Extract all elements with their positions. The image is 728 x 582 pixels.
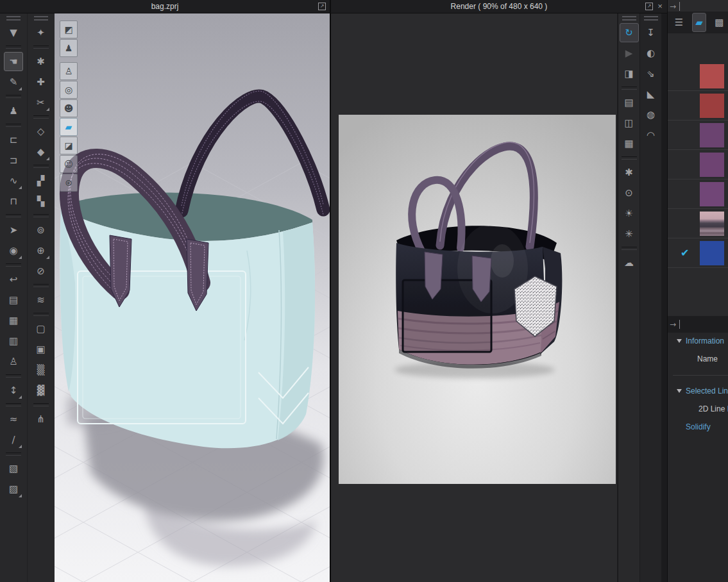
fold-garment-button[interactable]: ▤ — [4, 290, 23, 310]
camera-properties-button[interactable]: ⊙ — [620, 183, 639, 203]
fabric-library-button[interactable]: ▰ — [692, 13, 706, 32]
object-browser-button[interactable]: ☰ — [672, 13, 686, 32]
fabric-texture-sunset-row[interactable] — [668, 209, 728, 238]
ruler-button[interactable]: ∕ — [4, 430, 23, 449]
sync-render-button[interactable]: ↻ — [620, 23, 639, 42]
pin-select-button[interactable]: ➤ — [4, 220, 23, 240]
fabric-roll-select-button[interactable]: ▢ — [31, 319, 51, 338]
sew-fold-button[interactable]: ⊓ — [4, 192, 23, 211]
dart-cut-button[interactable]: ◆ — [31, 142, 51, 162]
fabric-purple-2-swatch[interactable] — [700, 153, 724, 177]
cloud-render-button[interactable]: ☁ — [620, 253, 639, 272]
zipper-select-button[interactable]: ▧ — [4, 459, 23, 478]
show-garment-button[interactable]: ♙ — [60, 62, 78, 80]
panel-collapse-handle[interactable]: → — [670, 320, 680, 329]
dome-light-button[interactable]: ◠ — [641, 126, 661, 145]
fabric-red-1-swatch[interactable] — [700, 64, 724, 88]
sew-detail-button[interactable]: ∿ — [4, 171, 23, 190]
sew-cut-button[interactable]: ✂ — [31, 93, 51, 112]
segment-sew-select-button[interactable]: ✱ — [31, 52, 51, 71]
image-properties-button[interactable]: ✱ — [620, 163, 639, 182]
trim-library-button[interactable]: ▩ — [713, 13, 726, 32]
render-toolbar-environment-items: ↧◐⇘◣◍◠ — [641, 22, 661, 146]
panel-collapse-handle[interactable]: → — [670, 2, 680, 11]
fabric-purple-3-swatch[interactable] — [700, 182, 724, 206]
fabric-roll-button[interactable]: ▣ — [31, 340, 51, 359]
tuck-garment-button[interactable]: ▥ — [4, 331, 23, 351]
property-editor-header: → — [668, 316, 728, 333]
fabric-blue-row[interactable]: ✔ — [668, 238, 728, 268]
show-3d-pattern-button[interactable]: ▰ — [60, 118, 78, 136]
section-information[interactable]: Information — [677, 337, 728, 348]
button-select-button[interactable]: ⊚ — [31, 220, 51, 240]
show-style-line-button[interactable]: ◎ — [60, 81, 78, 99]
select-garment-button[interactable]: ♟ — [4, 101, 23, 121]
show-surface-normal-button[interactable]: ◪ — [60, 137, 78, 154]
edit-sculpt-button[interactable]: ✎ — [4, 72, 23, 92]
solidify-link[interactable]: Solidify — [686, 422, 728, 434]
fabric-red-2-row[interactable] — [668, 91, 728, 121]
final-gather-button[interactable]: ↧ — [641, 23, 661, 42]
layer-garment-button[interactable]: ▦ — [4, 311, 23, 330]
sew-segment-button[interactable]: ⊐ — [4, 151, 23, 170]
button-create-button[interactable]: ⊕ — [31, 241, 51, 260]
light-properties-button[interactable]: ☀ — [620, 204, 639, 223]
zipper-create-button[interactable]: ▨ — [4, 479, 23, 499]
drag-grip-icon[interactable] — [622, 16, 636, 21]
show-avatar-icon: ☻ — [64, 104, 74, 113]
project-titlebar: bag.zprj ↗ — [0, 0, 330, 13]
drag-grip-icon[interactable] — [34, 16, 48, 21]
fabric-purple-1-swatch[interactable] — [700, 123, 724, 147]
walkthrough-avatar-button[interactable]: ✦ — [31, 23, 51, 42]
3d-viewport-canvas[interactable]: ◩♟♙◎☻▰◪☺⊛ — [55, 13, 330, 582]
environment-sphere-button[interactable]: ◐ — [641, 44, 661, 63]
fabric-purple-3-row[interactable] — [668, 179, 728, 209]
save-image-button[interactable]: ▦ — [620, 134, 639, 153]
render-viewer-button[interactable]: ◫ — [620, 113, 639, 133]
pin-create-button[interactable]: ◉ — [4, 241, 23, 260]
fabric-red-1-row[interactable] — [668, 62, 728, 91]
segment-sew-pen-button[interactable]: ✚ — [31, 72, 51, 92]
drag-grip-icon[interactable] — [644, 16, 658, 21]
popout-icon[interactable]: ↗ — [645, 3, 653, 10]
render-region-button[interactable]: ◨ — [620, 64, 639, 83]
fabric-texture-sunset-swatch[interactable] — [700, 212, 724, 236]
fit-to-avatar-button[interactable]: ♙ — [4, 352, 23, 371]
spot-light-icon: ◣ — [647, 90, 655, 99]
record-video-button[interactable]: ▶ — [620, 44, 639, 63]
render-toolbar-primary-items: ↻▶◨▤◫▦✱⊙☀✳☁ — [620, 22, 639, 273]
texture-select-button[interactable]: ▞ — [31, 171, 51, 190]
texture-edit-button[interactable]: ▚ — [31, 192, 51, 211]
show-avatar-button[interactable]: ☻ — [60, 99, 78, 117]
render-queue-button[interactable]: ▤ — [620, 93, 639, 112]
grading-button[interactable]: ↕ — [4, 381, 23, 400]
buttonhole-lock-button[interactable]: ⊘ — [31, 262, 51, 281]
fabric-strip-select-button[interactable]: ▒ — [31, 360, 51, 379]
show-3d-windows-button[interactable]: ◩ — [60, 21, 78, 38]
avatar-display-button[interactable]: ☺ — [60, 155, 78, 173]
fold-arrangement-button[interactable]: ↩ — [4, 270, 23, 289]
drag-grip-icon[interactable] — [6, 16, 21, 21]
video-properties-button[interactable]: ✳ — [620, 224, 639, 244]
fabric-purple-2-row[interactable] — [668, 150, 728, 179]
pleat-fork-button[interactable]: ⋔ — [31, 410, 51, 429]
dart-select-button[interactable]: ◇ — [31, 122, 51, 141]
fabric-red-2-swatch[interactable] — [700, 94, 724, 118]
reset-arrangement-button[interactable]: ▼ — [4, 23, 23, 42]
zipper-tool-button[interactable]: ≋ — [31, 290, 51, 310]
sew-free-button[interactable]: ⊏ — [4, 130, 23, 149]
close-icon[interactable]: × — [656, 1, 665, 11]
fold-arrangement-icon: ↩ — [10, 275, 18, 285]
spot-light-button[interactable]: ◣ — [641, 85, 661, 104]
section-selected-line[interactable]: Selected Lin — [677, 387, 728, 398]
directional-light-button[interactable]: ⇘ — [641, 64, 661, 83]
fabric-purple-1-row[interactable] — [668, 121, 728, 150]
environment-display-button[interactable]: ⊛ — [60, 174, 78, 192]
popout-icon[interactable]: ↗ — [318, 3, 326, 10]
fabric-blue-swatch[interactable] — [700, 241, 724, 265]
select-move-button[interactable]: ☚ — [4, 52, 23, 71]
fabric-strip-button[interactable]: ▓ — [31, 381, 51, 400]
cylinder-light-button[interactable]: ◍ — [641, 105, 661, 124]
show-fit-map-button[interactable]: ♟ — [60, 39, 78, 57]
tape-measure-button[interactable]: ≈ — [4, 410, 23, 429]
